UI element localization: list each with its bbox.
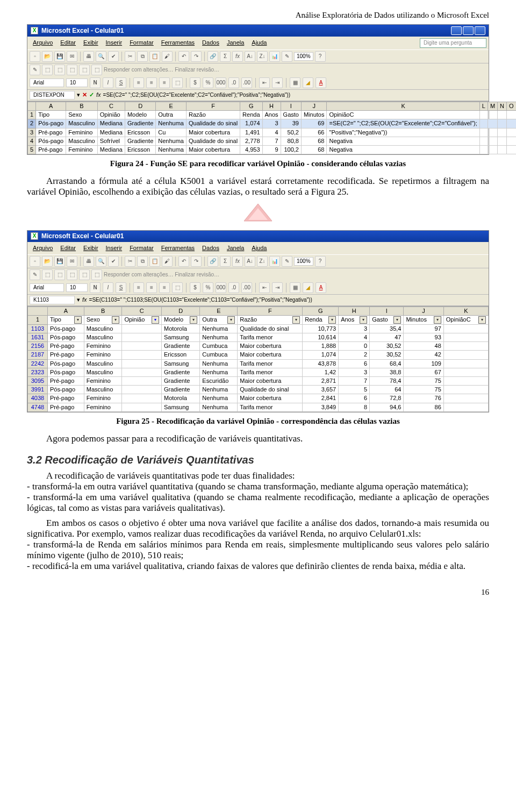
col-header[interactable]: E bbox=[156, 102, 187, 111]
font-name[interactable]: Arial bbox=[30, 79, 64, 87]
format-painter-icon[interactable]: 🖌 bbox=[162, 51, 173, 62]
thousands-icon[interactable]: 000 bbox=[216, 77, 226, 88]
cell[interactable]: Feminino bbox=[84, 351, 122, 359]
preview-icon[interactable]: 🔍 bbox=[96, 51, 106, 62]
cell[interactable]: Ericsson bbox=[125, 128, 155, 137]
cell[interactable]: 68 bbox=[301, 137, 327, 145]
col-header[interactable]: G bbox=[303, 307, 339, 315]
cell[interactable]: 42 bbox=[404, 351, 443, 359]
cell[interactable] bbox=[122, 394, 162, 403]
sum-icon[interactable]: Σ bbox=[220, 51, 231, 62]
help-icon[interactable]: ? bbox=[315, 51, 326, 62]
cell[interactable]: Pós-pago bbox=[48, 359, 84, 368]
indent-inc-icon[interactable]: ⇥ bbox=[272, 77, 283, 88]
filter-header[interactable]: Outra▾ bbox=[200, 315, 238, 324]
cell[interactable]: Tarifa menor bbox=[238, 368, 303, 376]
font-color-icon[interactable]: A bbox=[316, 282, 326, 293]
mail-icon[interactable]: ✉ bbox=[67, 51, 77, 62]
cell[interactable]: 93 bbox=[404, 333, 443, 342]
col-header[interactable]: H bbox=[262, 102, 281, 111]
cell[interactable]: Nenhuma bbox=[200, 403, 238, 411]
cell[interactable]: Pré-pago bbox=[36, 145, 66, 154]
cell[interactable]: Masculino bbox=[84, 368, 122, 376]
format-toolbar[interactable]: Arial 10 NIS ≡≡≡⬚ $%000 .0.00 ⇤⇥ ▦◢A bbox=[27, 281, 489, 295]
menu-dados[interactable]: Dados bbox=[199, 38, 223, 48]
cell[interactable] bbox=[443, 359, 488, 368]
link-icon[interactable]: 🔗 bbox=[207, 256, 218, 267]
cell[interactable]: 9 bbox=[262, 145, 281, 154]
fill-icon[interactable]: ◢ bbox=[303, 282, 313, 293]
cell[interactable]: Modelo bbox=[125, 111, 155, 119]
cell[interactable]: 2 bbox=[339, 351, 370, 359]
menu-ferramentas[interactable]: Ferramentas bbox=[158, 38, 198, 48]
fx-label[interactable]: fx bbox=[82, 296, 87, 303]
cell[interactable]: Pré-pago bbox=[48, 377, 84, 386]
rev-icon[interactable]: ⬚ bbox=[91, 269, 102, 280]
cell[interactable]: Nenhuma bbox=[200, 394, 238, 403]
menu-exibir[interactable]: Exibir bbox=[80, 38, 102, 48]
link-icon[interactable]: 🔗 bbox=[207, 51, 218, 62]
cell[interactable] bbox=[122, 342, 162, 351]
col-header[interactable]: B bbox=[66, 102, 98, 111]
cell[interactable]: Mediana bbox=[97, 119, 125, 128]
filter-header[interactable]: Minutos▾ bbox=[404, 315, 443, 324]
cell[interactable]: =SE(C2=" ";C2;SE(OU(C2="Excelente";C2="C… bbox=[327, 119, 479, 128]
formula-text[interactable]: =SE(C1103=" ";C1103;SE(OU(C1103="Excelen… bbox=[89, 297, 486, 303]
align-right-icon[interactable]: ≡ bbox=[159, 282, 170, 293]
cut-icon[interactable]: ✂ bbox=[125, 51, 135, 62]
cell[interactable]: Pós-pago bbox=[48, 368, 84, 376]
cell[interactable]: Nenhuma bbox=[200, 324, 238, 333]
cell[interactable]: Pré-pago bbox=[36, 128, 66, 137]
align-center-icon[interactable]: ≡ bbox=[146, 77, 157, 88]
row-header[interactable]: 1 bbox=[28, 111, 36, 119]
cell[interactable] bbox=[122, 386, 162, 394]
filter-dropdown-icon[interactable]: ▾ bbox=[328, 316, 336, 324]
window-buttons[interactable] bbox=[451, 26, 485, 35]
cell[interactable]: Feminino bbox=[84, 377, 122, 386]
dec-dec-icon[interactable]: .00 bbox=[241, 282, 252, 293]
filter-dropdown-icon[interactable]: ▾ bbox=[227, 316, 235, 324]
cell[interactable]: Minutos bbox=[301, 111, 327, 119]
filter-header[interactable]: Gasto▾ bbox=[370, 315, 404, 324]
cell[interactable]: 43,878 bbox=[303, 359, 339, 368]
cell[interactable]: Samsung bbox=[162, 359, 200, 368]
cell[interactable]: Outra bbox=[156, 111, 187, 119]
currency-icon[interactable]: $ bbox=[190, 282, 200, 293]
col-header[interactable]: C bbox=[97, 102, 125, 111]
col-header[interactable]: A bbox=[48, 307, 84, 315]
cell[interactable] bbox=[443, 394, 488, 403]
chart-icon[interactable]: 📊 bbox=[269, 256, 280, 267]
cell[interactable]: 7 bbox=[262, 137, 281, 145]
filter-dropdown-icon[interactable]: ▾ bbox=[434, 316, 441, 324]
row-header[interactable]: 2323 bbox=[28, 368, 48, 376]
cell[interactable]: Masculino bbox=[66, 137, 98, 145]
cell[interactable]: 78,4 bbox=[370, 377, 404, 386]
cell[interactable]: 47 bbox=[370, 333, 404, 342]
cell[interactable]: Masculino bbox=[84, 333, 122, 342]
spreadsheet-grid[interactable]: ABCDEFGHIJK1Tipo▾Sexo▾Opinião▾Modelo▾Out… bbox=[27, 306, 489, 412]
cell[interactable]: Sofrível bbox=[97, 137, 125, 145]
cell[interactable] bbox=[443, 403, 488, 411]
thousands-icon[interactable]: 000 bbox=[216, 282, 226, 293]
row-header[interactable]: 1103 bbox=[28, 324, 48, 333]
menu-janela[interactable]: Janela bbox=[224, 38, 247, 48]
cell[interactable]: Gradiente bbox=[125, 137, 155, 145]
cell[interactable]: 0 bbox=[339, 342, 370, 351]
col-header[interactable]: M bbox=[488, 102, 497, 111]
redo-icon[interactable]: ↷ bbox=[191, 51, 202, 62]
filter-header[interactable]: Tipo▾ bbox=[48, 315, 84, 324]
cell[interactable]: Nenhuma bbox=[156, 119, 187, 128]
sort-asc-icon[interactable]: A↓ bbox=[245, 51, 255, 62]
cell[interactable]: Feminino bbox=[66, 128, 98, 137]
menu-janela[interactable]: Janela bbox=[224, 244, 247, 253]
currency-icon[interactable]: $ bbox=[190, 77, 200, 88]
col-header[interactable]: J bbox=[404, 307, 443, 315]
cell[interactable]: Cumbuca bbox=[200, 351, 238, 359]
cell[interactable]: 2,841 bbox=[303, 394, 339, 403]
cell[interactable]: Razão bbox=[186, 111, 240, 119]
cell[interactable] bbox=[122, 324, 162, 333]
border-icon[interactable]: ▦ bbox=[290, 282, 300, 293]
copy-icon[interactable]: ⧉ bbox=[137, 256, 148, 267]
row-header[interactable]: 1631 bbox=[28, 333, 48, 342]
cell[interactable]: Qualidade do sinal bbox=[238, 386, 303, 394]
